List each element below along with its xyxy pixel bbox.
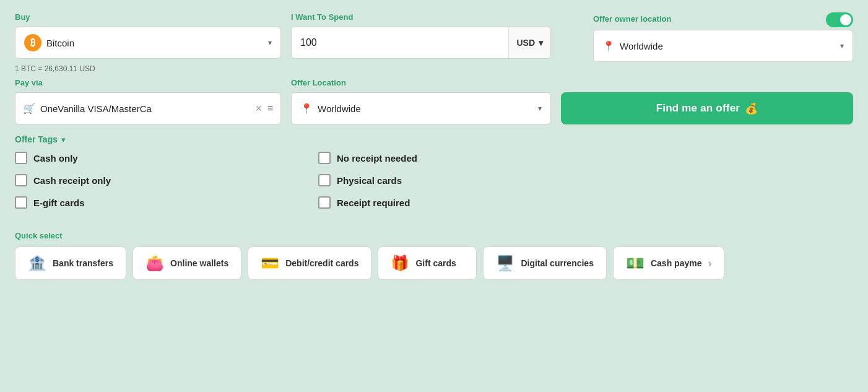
offer-location-pin-icon: 📍 [300, 103, 313, 115]
debit-credit-cards-label: Debit/credit cards [285, 258, 358, 268]
quick-select-debit-credit-cards[interactable]: 💳 Debit/credit cards [248, 246, 371, 280]
row-1: Buy ₿ Bitcoin ▾ I Want To Spend USD ▾ Of… [15, 12, 853, 62]
spend-label: I Want To Spend [291, 12, 583, 22]
quick-select-digital-currencies[interactable]: 🖥️ Digital currencies [483, 246, 607, 280]
debit-credit-cards-icon: 💳 [261, 255, 279, 272]
tag-e-gift-cards-checkbox[interactable] [15, 196, 27, 209]
tag-receipt-required[interactable]: Receipt required [318, 196, 853, 209]
offer-tags-chevron-icon: ▾ [61, 135, 66, 144]
scroll-right-indicator: › [708, 257, 711, 270]
quick-select-gift-cards[interactable]: 🎁 Gift cards [378, 246, 477, 280]
quick-select-bank-transfers[interactable]: 🏦 Bank transfers [15, 246, 126, 280]
tag-physical-cards-label: Physical cards [337, 175, 402, 186]
spend-field: I Want To Spend USD ▾ [291, 12, 583, 59]
owner-location-field: Offer owner location 📍 Worldwide ▾ [593, 12, 853, 62]
tag-cash-only-label: Cash only [33, 153, 78, 163]
offer-location-chevron-icon: ▾ [538, 104, 542, 113]
owner-location-value: Worldwide [620, 41, 663, 51]
tags-grid: Cash only Cash receipt only E-gift cards… [15, 152, 853, 219]
tag-no-receipt-needed[interactable]: No receipt needed [318, 152, 853, 164]
offer-location-field: Offer Location 📍 Worldwide ▾ [291, 78, 551, 124]
digital-currencies-label: Digital currencies [521, 258, 594, 268]
tag-cash-receipt-only[interactable]: Cash receipt only [15, 174, 281, 186]
buy-label: Buy [15, 12, 281, 22]
row-2: Pay via 🛒 OneVanilla VISA/MasterCa ✕ ≡ O… [15, 78, 853, 124]
owner-location-header: Offer owner location [593, 12, 853, 27]
quick-select-cash-payments[interactable]: 💵 Cash payme › [613, 246, 724, 280]
owner-location-pin-icon: 📍 [602, 40, 615, 52]
tags-left-column: Cash only Cash receipt only E-gift cards [15, 152, 281, 219]
offer-tags-section: Offer Tags ▾ Cash only Cash receipt only… [15, 134, 853, 219]
tag-physical-cards[interactable]: Physical cards [318, 174, 853, 186]
exchange-rate: 1 BTC = 26,630.11 USD [15, 64, 853, 73]
bitcoin-icon: ₿ [24, 34, 41, 51]
tag-receipt-required-checkbox[interactable] [318, 196, 331, 209]
buy-selected-value: Bitcoin [46, 38, 74, 48]
digital-currencies-icon: 🖥️ [496, 255, 514, 272]
tag-physical-cards-checkbox[interactable] [318, 174, 331, 186]
spend-input-row: USD ▾ [291, 27, 551, 59]
tags-right-column: No receipt needed Physical cards Receipt… [318, 152, 853, 219]
find-offer-button[interactable]: Find me an offer 💰 [561, 92, 853, 124]
find-offer-icon: 💰 [745, 102, 758, 115]
find-offer-label: Find me an offer [656, 102, 740, 115]
pay-via-label: Pay via [15, 78, 281, 87]
quick-select-section: Quick select 🏦 Bank transfers 👛 Online w… [15, 231, 853, 280]
cash-payments-icon: 💵 [626, 255, 644, 272]
pay-via-value: OneVanilla VISA/MasterCa [40, 103, 250, 114]
tag-cash-only[interactable]: Cash only [15, 152, 281, 164]
quick-select-row: 🏦 Bank transfers 👛 Online wallets 💳 Debi… [15, 246, 853, 280]
online-wallets-icon: 👛 [145, 255, 164, 272]
tag-e-gift-cards[interactable]: E-gift cards [15, 196, 281, 209]
cash-payments-label: Cash payme [651, 258, 701, 268]
bank-transfers-label: Bank transfers [53, 258, 113, 268]
tag-cash-only-checkbox[interactable] [15, 152, 27, 164]
currency-value: USD [516, 38, 535, 48]
bank-transfers-icon: 🏦 [28, 255, 46, 272]
owner-location-chevron-icon: ▾ [840, 41, 844, 50]
offer-location-value: Worldwide [318, 103, 361, 114]
buy-select[interactable]: ₿ Bitcoin ▾ [15, 27, 281, 59]
tag-no-receipt-needed-checkbox[interactable] [318, 152, 331, 164]
offer-tags-label: Offer Tags [15, 134, 58, 144]
buy-chevron-icon: ▾ [268, 38, 272, 47]
tag-no-receipt-needed-label: No receipt needed [337, 153, 417, 163]
gift-cards-label: Gift cards [415, 258, 456, 268]
quick-select-label: Quick select [15, 231, 853, 240]
quick-select-online-wallets[interactable]: 👛 Online wallets [132, 246, 241, 280]
offer-location-select[interactable]: 📍 Worldwide ▾ [291, 92, 551, 124]
owner-location-toggle[interactable] [826, 12, 853, 27]
main-container: Buy ₿ Bitcoin ▾ I Want To Spend USD ▾ Of… [15, 12, 853, 280]
online-wallets-label: Online wallets [170, 258, 228, 268]
gift-cards-icon: 🎁 [391, 255, 409, 272]
owner-location-label: Offer owner location [593, 14, 671, 24]
spend-amount-input[interactable] [292, 27, 508, 58]
currency-chevron-icon: ▾ [539, 38, 543, 48]
tag-e-gift-cards-label: E-gift cards [33, 198, 85, 208]
pay-via-clear-icon[interactable]: ✕ [255, 103, 263, 113]
owner-location-select[interactable]: 📍 Worldwide ▾ [593, 30, 853, 62]
pay-via-field: Pay via 🛒 OneVanilla VISA/MasterCa ✕ ≡ [15, 78, 281, 124]
tag-cash-receipt-only-checkbox[interactable] [15, 174, 27, 186]
buy-field: Buy ₿ Bitcoin ▾ [15, 12, 281, 59]
currency-select[interactable]: USD ▾ [508, 27, 550, 58]
tag-cash-receipt-only-label: Cash receipt only [33, 175, 111, 186]
pay-via-select[interactable]: 🛒 OneVanilla VISA/MasterCa ✕ ≡ [15, 92, 281, 124]
pay-via-menu-icon[interactable]: ≡ [267, 103, 273, 114]
cart-icon: 🛒 [23, 103, 35, 115]
tag-receipt-required-label: Receipt required [337, 198, 410, 208]
offer-tags-header[interactable]: Offer Tags ▾ [15, 134, 853, 144]
offer-location-label: Offer Location [291, 78, 551, 87]
